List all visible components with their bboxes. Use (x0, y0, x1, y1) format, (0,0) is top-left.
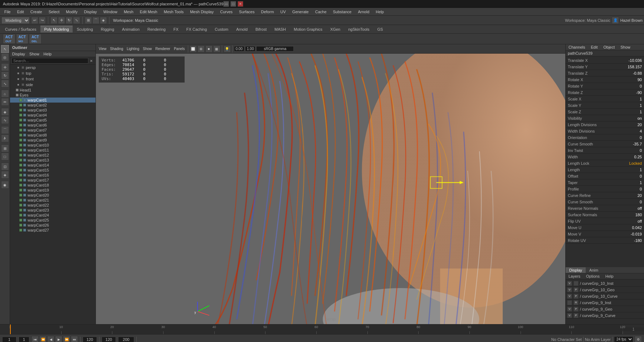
select-tool-icon[interactable]: ↖ (50, 17, 58, 24)
display-tab[interactable]: Display (566, 267, 586, 273)
layer-render-button[interactable] (574, 281, 579, 286)
outliner-item[interactable]: Head1 (10, 88, 96, 93)
renderer-menu[interactable]: Renderer (154, 46, 172, 51)
geo-render-icon[interactable] (23, 159, 26, 162)
geo-visibility-icon[interactable] (19, 189, 22, 192)
anim-end-input[interactable] (118, 337, 134, 342)
time-field[interactable]: 0.00 (234, 46, 244, 51)
tab-custom[interactable]: Custom (211, 26, 232, 33)
tab-poly-modeling[interactable]: Poly Modeling (40, 26, 72, 33)
outliner-item[interactable]: warpCard4 (10, 113, 96, 118)
outliner-item[interactable]: warpCard1 (10, 98, 96, 103)
geo-render-icon[interactable] (23, 99, 26, 101)
scale-tool-icon[interactable]: ⤡ (73, 17, 80, 24)
attr-row[interactable]: Translate Z-0.88 (566, 70, 644, 76)
menu-item-curves[interactable]: Curves (217, 9, 235, 15)
visibility-toggle[interactable] (16, 94, 19, 96)
vp-solid-icon[interactable]: ■ (205, 45, 213, 53)
geo-render-icon[interactable] (23, 179, 26, 182)
tab-gs[interactable]: GS (374, 26, 387, 33)
go-to-end-button[interactable]: ⏭ (71, 336, 78, 342)
object-menu[interactable]: Object (600, 44, 618, 50)
attr-row[interactable]: Flip UVoff (566, 218, 644, 224)
geo-render-icon[interactable] (23, 169, 26, 172)
outliner-item[interactable]: warpCard22 (10, 203, 96, 208)
outliner-item[interactable]: warpCard17 (10, 178, 96, 183)
tab-fx-caching[interactable]: FX Caching (183, 26, 210, 33)
outliner-item[interactable]: warpCard14 (10, 163, 96, 168)
geo-render-icon[interactable] (23, 109, 26, 111)
geo-visibility-icon[interactable] (19, 159, 22, 162)
outliner-item[interactable]: warpCard9 (10, 138, 96, 143)
geo-render-icon[interactable] (23, 129, 26, 132)
attr-row[interactable]: Move V-0.019 (566, 231, 644, 237)
attr-row[interactable]: Reverse Normalsoff (566, 205, 644, 212)
snap-grid-icon[interactable]: ⊞ (85, 17, 92, 24)
geo-visibility-icon[interactable] (19, 154, 22, 157)
range-end-input[interactable] (102, 337, 116, 342)
geo-visibility-icon[interactable] (19, 179, 22, 182)
outliner-item[interactable]: warpCard24 (10, 213, 96, 218)
edit-menu[interactable]: Edit (588, 44, 600, 50)
step-forward-button[interactable]: ⏩ (63, 336, 70, 342)
outliner-item[interactable]: warpCard11 (10, 148, 96, 153)
geo-visibility-icon[interactable] (19, 149, 22, 152)
layers-subtab[interactable]: Layers (566, 273, 583, 279)
layer-visibility-button[interactable] (567, 300, 572, 305)
layer-row[interactable]: VP/ curveGrp_10_Curve (566, 293, 644, 299)
menu-item-edit-mesh[interactable]: Edit Mesh (137, 9, 160, 15)
geo-render-icon[interactable] (23, 139, 26, 142)
anim-tab[interactable]: Anim (586, 267, 602, 273)
tab-ngskintools[interactable]: ngSkinTools (345, 26, 373, 33)
attr-row[interactable]: Length1 (566, 167, 644, 173)
geo-visibility-icon[interactable] (19, 194, 22, 197)
modeling-dropdown[interactable]: Modeling (1, 17, 30, 24)
cv-curve-button[interactable]: ∿ (1, 116, 9, 124)
geo-render-icon[interactable] (23, 204, 26, 207)
snap-point-icon[interactable]: ◈ (100, 17, 107, 24)
layer-visibility-button[interactable]: V (567, 281, 572, 286)
geo-render-icon[interactable] (23, 134, 26, 137)
menu-item-cache[interactable]: Cache (312, 9, 330, 15)
tab-sculpting[interactable]: Sculpting (73, 26, 97, 33)
attr-row[interactable]: Visibilityon (566, 115, 644, 122)
outliner-item[interactable]: warpCard6 (10, 123, 96, 128)
attr-row[interactable]: Offset0 (566, 173, 644, 179)
outliner-item[interactable]: warpCard27 (10, 228, 96, 233)
menu-item-modify[interactable]: Modify (63, 9, 80, 15)
tab-xgen[interactable]: XGen (327, 26, 344, 33)
outliner-item[interactable]: warpCard8 (10, 133, 96, 138)
tab-mash[interactable]: MASH (271, 26, 289, 33)
geo-render-icon[interactable] (23, 124, 26, 127)
layer-render-button[interactable]: P (574, 287, 579, 292)
attr-row[interactable]: Orientation0 (566, 134, 644, 141)
outliner-item[interactable]: warpCard26 (10, 223, 96, 228)
geo-visibility-icon[interactable] (19, 99, 22, 101)
outliner-menu-show[interactable]: Show (27, 51, 42, 57)
outliner-item[interactable]: ■front (10, 76, 96, 82)
geo-visibility-icon[interactable] (19, 184, 22, 187)
outliner-item[interactable]: warpCard12 (10, 153, 96, 158)
step-back-button[interactable]: ⏪ (39, 336, 47, 342)
playback-end-input[interactable] (83, 337, 97, 342)
rotate-tool-icon[interactable]: ↻ (65, 17, 73, 24)
attr-row[interactable]: Curve Smooth-35.7 (566, 141, 644, 147)
timeline-ruler[interactable]: 1102030405060708090100110120 (10, 324, 623, 334)
attr-row[interactable]: Inv Twist0 (566, 147, 644, 154)
sculpt-button[interactable]: ⌂ (1, 90, 9, 98)
show-menu[interactable]: Show (618, 44, 633, 50)
play-back-button[interactable]: ◀ (47, 336, 54, 342)
panels-menu[interactable]: Panels (172, 46, 186, 51)
geo-render-icon[interactable] (23, 154, 26, 157)
outliner-menu-display[interactable]: Display (10, 51, 27, 57)
paint-select-button[interactable]: ◎ (1, 53, 9, 61)
outliner-item[interactable]: warpCard3 (10, 108, 96, 113)
shading-menu[interactable]: Shading (109, 46, 125, 51)
move-button[interactable]: ✛ (1, 63, 9, 71)
geo-render-icon[interactable] (23, 104, 26, 106)
outliner-item[interactable]: ■persp (10, 65, 96, 70)
menu-item-edit[interactable]: Edit (14, 9, 27, 15)
outliner-item[interactable]: warpCard13 (10, 158, 96, 163)
geo-visibility-icon[interactable] (19, 119, 22, 122)
geo-visibility-icon[interactable] (19, 109, 22, 111)
